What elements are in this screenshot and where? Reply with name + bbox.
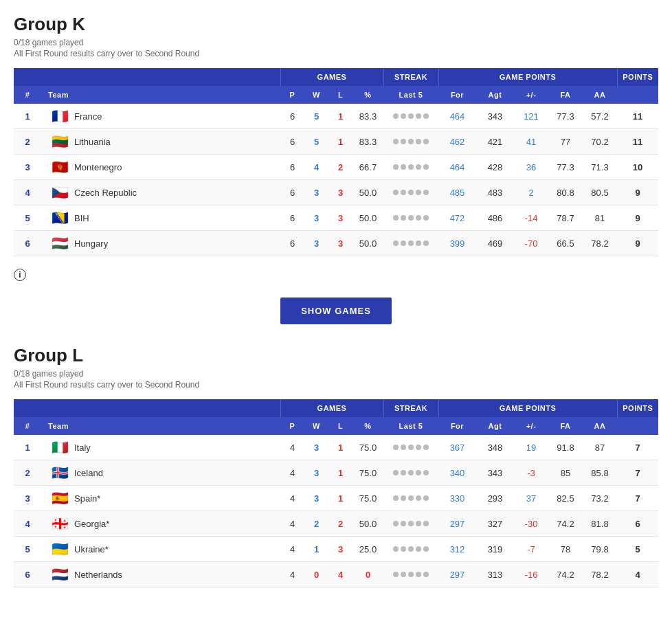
dot-2 <box>401 240 406 246</box>
agt-cell: 319 <box>476 537 514 562</box>
dot-3 <box>408 572 414 577</box>
pct-cell: 50.0 <box>352 205 383 231</box>
pts-col-k <box>617 86 658 104</box>
rank-cell: 1 <box>14 104 41 129</box>
w-cell: 3 <box>304 180 328 205</box>
agt-cell: 428 <box>476 155 514 180</box>
p-cell: 4 <box>280 486 304 511</box>
for-col-k: For <box>438 86 476 104</box>
dot-4 <box>416 495 421 501</box>
team-name: BIH <box>74 213 89 223</box>
points-cell: 7 <box>617 435 658 460</box>
dot-1 <box>393 190 399 195</box>
rank-cell: 4 <box>14 180 41 205</box>
l-cell: 4 <box>328 562 352 587</box>
team-cell: 🇭🇺 Hungary <box>41 231 280 256</box>
dot-3 <box>408 164 414 170</box>
dot-2 <box>401 215 406 221</box>
p-cell: 6 <box>280 155 304 180</box>
dot-2 <box>401 113 406 119</box>
dot-1 <box>393 240 399 246</box>
group-l-section: Group L 0/18 games played All First Roun… <box>14 345 658 587</box>
dot-1 <box>393 470 399 475</box>
p-cell: 4 <box>280 460 304 486</box>
dot-1 <box>393 445 399 450</box>
rank-cell: 5 <box>14 205 41 231</box>
dot-1 <box>393 546 399 552</box>
w-cell: 1 <box>304 537 328 562</box>
p-cell: 6 <box>280 231 304 256</box>
diff-col-l: +/- <box>514 417 548 435</box>
rank-cell: 6 <box>14 231 41 256</box>
for-cell: 462 <box>438 129 476 155</box>
dot-1 <box>393 164 399 170</box>
dot-5 <box>423 164 429 170</box>
dot-5 <box>423 113 429 119</box>
w-cell: 4 <box>304 155 328 180</box>
rank-cell: 2 <box>14 129 41 155</box>
team-cell: 🇳🇱 Netherlands <box>41 562 280 587</box>
pct-cell: 83.3 <box>352 104 383 129</box>
team-name: Iceland <box>74 468 103 478</box>
p-col-k: P <box>280 86 304 104</box>
dot-4 <box>416 521 421 526</box>
for-cell: 472 <box>438 205 476 231</box>
fa-cell: 77.3 <box>548 155 583 180</box>
dot-2 <box>401 495 406 501</box>
group-k-note: All First Round results carry over to Se… <box>14 49 658 58</box>
streak-cell <box>383 435 438 460</box>
dot-2 <box>401 190 406 195</box>
p-cell: 6 <box>280 104 304 129</box>
team-name: France <box>74 111 102 122</box>
agt-cell: 313 <box>476 562 514 587</box>
game-points-header-l: GAME POINTS <box>438 399 617 417</box>
aa-cell: 87 <box>583 435 617 460</box>
last5-col-l: Last 5 <box>383 417 438 435</box>
diff-cell: 121 <box>514 104 548 129</box>
streak-cell <box>383 180 438 205</box>
team-col-k: Team <box>41 86 280 104</box>
dot-2 <box>401 139 406 144</box>
aa-cell: 71.3 <box>583 155 617 180</box>
diff-cell: 36 <box>514 155 548 180</box>
dot-3 <box>408 113 414 119</box>
dot-2 <box>401 546 406 552</box>
l-cell: 3 <box>328 231 352 256</box>
group-l-note: All First Round results carry over to Se… <box>14 380 658 390</box>
p-cell: 4 <box>280 435 304 460</box>
dot-5 <box>423 445 429 450</box>
show-games-btn-k[interactable]: SHOW GAMES <box>280 298 392 324</box>
for-cell: 340 <box>438 460 476 486</box>
for-cell: 485 <box>438 180 476 205</box>
fa-cell: 78 <box>548 537 583 562</box>
aa-col-k: AA <box>583 86 617 104</box>
pct-col-k: % <box>352 86 383 104</box>
l-cell: 3 <box>328 537 352 562</box>
w-cell: 5 <box>304 104 328 129</box>
streak-cell <box>383 205 438 231</box>
rank-cell: 3 <box>14 155 41 180</box>
w-cell: 3 <box>304 205 328 231</box>
agt-cell: 293 <box>476 486 514 511</box>
dot-5 <box>423 240 429 246</box>
flag-icon: 🇫🇷 <box>52 109 69 123</box>
dot-2 <box>401 445 406 450</box>
aa-cell: 70.2 <box>583 129 617 155</box>
l-cell: 1 <box>328 486 352 511</box>
w-cell: 3 <box>304 435 328 460</box>
dot-4 <box>416 572 421 577</box>
aa-cell: 78.2 <box>583 562 617 587</box>
l-cell: 2 <box>328 511 352 537</box>
dot-4 <box>416 139 421 144</box>
aa-cell: 78.2 <box>583 231 617 256</box>
dot-5 <box>423 470 429 475</box>
diff-cell: 37 <box>514 486 548 511</box>
l-cell: 1 <box>328 104 352 129</box>
aa-cell: 81 <box>583 205 617 231</box>
for-cell: 464 <box>438 155 476 180</box>
team-name: Netherlands <box>74 570 122 580</box>
rank-cell: 3 <box>14 486 41 511</box>
flag-icon: 🇪🇸 <box>52 491 69 505</box>
points-header-k: POINTS <box>617 68 658 86</box>
table-row: 4 🇬🇪 Georgia* 4 2 2 50.0 297 <box>14 511 658 537</box>
